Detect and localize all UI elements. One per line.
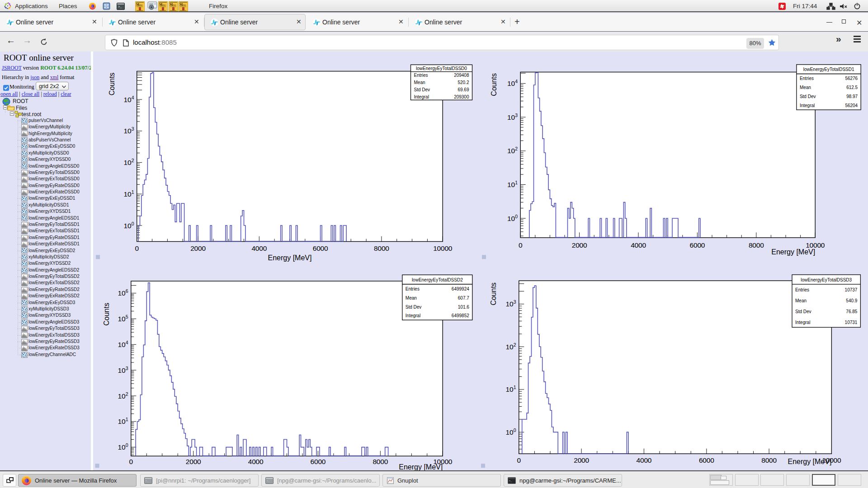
svg-text:8000: 8000 bbox=[373, 458, 388, 465]
svg-text:idas: idas bbox=[162, 4, 166, 6]
svg-text:Counts: Counts bbox=[103, 303, 110, 326]
svg-text:Integral: Integral bbox=[795, 320, 810, 325]
svg-text:idas: idas bbox=[182, 4, 186, 6]
svg-text:101: 101 bbox=[507, 180, 518, 188]
svg-text:10000: 10000 bbox=[433, 244, 453, 252]
svg-text:102: 102 bbox=[118, 391, 128, 400]
svg-text:Mean: Mean bbox=[795, 298, 807, 303]
svg-text:Entries: Entries bbox=[414, 73, 428, 78]
svg-text:Integral: Integral bbox=[406, 313, 420, 318]
svg-text:4000: 4000 bbox=[631, 241, 646, 249]
svg-text:8000: 8000 bbox=[374, 244, 389, 252]
svg-text:56204: 56204 bbox=[845, 103, 858, 108]
svg-text:Std Dev: Std Dev bbox=[795, 309, 811, 314]
svg-text:540.9: 540.9 bbox=[846, 298, 857, 303]
svg-text:Entries: Entries bbox=[406, 286, 420, 291]
svg-text:0: 0 bbox=[517, 456, 521, 464]
svg-text:6000: 6000 bbox=[311, 458, 326, 465]
svg-text:103: 103 bbox=[505, 299, 516, 308]
svg-text:>_: >_ bbox=[509, 479, 513, 483]
svg-text:10737: 10737 bbox=[845, 287, 858, 292]
svg-text:102: 102 bbox=[123, 158, 134, 166]
svg-text:209408: 209408 bbox=[454, 73, 469, 78]
svg-text:Energy [MeV]: Energy [MeV] bbox=[399, 463, 443, 471]
svg-text:4000: 4000 bbox=[248, 458, 264, 465]
svg-text:2000: 2000 bbox=[572, 241, 587, 249]
svg-text:Integral: Integral bbox=[800, 103, 815, 108]
svg-text:104: 104 bbox=[118, 340, 128, 348]
svg-text:Entries: Entries bbox=[795, 287, 809, 292]
svg-text:6499924: 6499924 bbox=[452, 286, 469, 291]
svg-text:Mean: Mean bbox=[800, 85, 811, 90]
svg-text:4000: 4000 bbox=[637, 456, 652, 464]
svg-text:69.69: 69.69 bbox=[458, 87, 469, 92]
svg-text:lowEnergyEyTotalDSSD0: lowEnergyEyTotalDSSD0 bbox=[416, 66, 467, 71]
svg-text:103: 103 bbox=[507, 113, 518, 121]
svg-text:10731: 10731 bbox=[845, 320, 858, 325]
svg-text:8000: 8000 bbox=[761, 456, 777, 464]
svg-text:>_: >_ bbox=[118, 5, 122, 9]
svg-text:Mean: Mean bbox=[414, 80, 425, 85]
svg-text:6000: 6000 bbox=[313, 244, 328, 252]
svg-text:0: 0 bbox=[519, 241, 523, 249]
svg-text:lowEnergyEyTotalDSSD3: lowEnergyEyTotalDSSD3 bbox=[801, 277, 852, 282]
svg-text:2000: 2000 bbox=[186, 458, 201, 465]
svg-text:100: 100 bbox=[505, 427, 516, 436]
svg-text:56276: 56276 bbox=[845, 76, 858, 81]
svg-text:76.85: 76.85 bbox=[846, 309, 857, 314]
svg-text:Entries: Entries bbox=[800, 76, 814, 81]
svg-text:100: 100 bbox=[507, 214, 518, 222]
svg-text:idas: idas bbox=[139, 4, 143, 6]
svg-text:98.97: 98.97 bbox=[846, 94, 858, 99]
svg-text:2000: 2000 bbox=[190, 244, 206, 252]
svg-text:102: 102 bbox=[507, 146, 518, 155]
svg-text:101: 101 bbox=[123, 189, 134, 198]
svg-text:100: 100 bbox=[118, 442, 128, 451]
svg-text:2000: 2000 bbox=[574, 456, 589, 464]
svg-text:0: 0 bbox=[135, 244, 139, 252]
svg-text:103: 103 bbox=[118, 366, 128, 374]
svg-text:Integral: Integral bbox=[414, 94, 429, 99]
svg-text:101.6: 101.6 bbox=[458, 305, 469, 310]
svg-text:104: 104 bbox=[123, 95, 134, 103]
svg-text:102: 102 bbox=[505, 342, 516, 351]
svg-text:Counts: Counts bbox=[490, 73, 498, 96]
svg-text:101: 101 bbox=[505, 385, 516, 393]
svg-text:Counts: Counts bbox=[108, 73, 116, 96]
svg-text:8000: 8000 bbox=[749, 241, 764, 249]
svg-text:4000: 4000 bbox=[251, 244, 267, 252]
svg-text:lowEnergyEyTotalDSSD2: lowEnergyEyTotalDSSD2 bbox=[412, 277, 463, 282]
svg-text:Std Dev: Std Dev bbox=[414, 87, 430, 92]
svg-text:607.7: 607.7 bbox=[458, 296, 469, 300]
svg-text:idas: idas bbox=[172, 4, 176, 6]
svg-text:0: 0 bbox=[129, 458, 133, 465]
svg-text:520.2: 520.2 bbox=[458, 80, 469, 85]
svg-text:104: 104 bbox=[507, 79, 518, 87]
svg-text:6000: 6000 bbox=[690, 241, 705, 249]
svg-text:6000: 6000 bbox=[699, 456, 714, 464]
svg-text:Energy [MeV]: Energy [MeV] bbox=[268, 254, 312, 262]
svg-text:103: 103 bbox=[123, 126, 134, 135]
svg-text:>_: >_ bbox=[267, 479, 270, 483]
svg-text:105: 105 bbox=[118, 314, 128, 323]
svg-text:101: 101 bbox=[118, 417, 128, 425]
svg-text:lowEnergyEyTotalDSSD1: lowEnergyEyTotalDSSD1 bbox=[803, 67, 854, 72]
svg-text:209300: 209300 bbox=[454, 94, 469, 99]
svg-text:Std Dev: Std Dev bbox=[406, 305, 422, 310]
svg-text:Energy [MeV]: Energy [MeV] bbox=[771, 248, 815, 256]
svg-text:Std Dev: Std Dev bbox=[800, 94, 816, 99]
svg-text:Mean: Mean bbox=[406, 296, 417, 300]
svg-text:Energy [MeV]: Energy [MeV] bbox=[788, 458, 831, 465]
svg-text:100: 100 bbox=[123, 221, 134, 230]
svg-text:612.5: 612.5 bbox=[846, 85, 858, 90]
svg-text:>_: >_ bbox=[146, 479, 149, 483]
svg-text:106: 106 bbox=[118, 288, 128, 297]
svg-text:Counts: Counts bbox=[490, 282, 497, 305]
svg-text:6499852: 6499852 bbox=[452, 313, 469, 318]
